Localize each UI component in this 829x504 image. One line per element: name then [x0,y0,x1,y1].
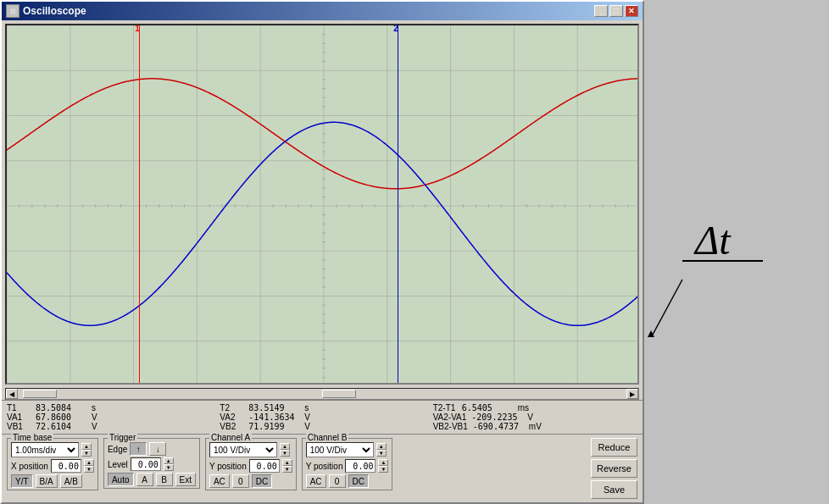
vb1-label: VB1 [7,422,31,431]
level-down[interactable]: ▼ [164,464,174,471]
app-icon: ⊡ [6,4,19,18]
cha-ypos-down[interactable]: ▼ [282,466,292,473]
channel-b-spinner[interactable]: ▲ ▼ [376,443,387,457]
trigger-a-btn[interactable]: A [136,473,153,486]
t2t1-unit: ms [518,403,535,413]
channel-b-coupling-row: AC 0 DC [306,474,389,488]
chb-down[interactable]: ▼ [376,450,387,457]
window-title: Oscilloscope [23,5,86,17]
mode-ba-btn[interactable]: B/A [36,474,58,488]
meas-t1-row: T1 83.5084 s [7,403,211,413]
reduce-button[interactable]: Reduce [591,438,637,457]
cha-ac-btn[interactable]: AC [209,474,230,488]
save-button[interactable]: Save [591,480,637,499]
edge-rising-btn[interactable]: ↑ [130,442,147,456]
svg-line-1 [653,280,682,335]
scroll-left-btn[interactable]: ◀ [6,389,18,399]
cha-dc-btn[interactable]: DC [252,474,272,488]
trigger-b-btn[interactable]: B [156,473,173,486]
t1-label: T1 [7,403,31,413]
channel-b-label: Channel B [306,433,349,442]
vb1-value: 72.6104 [36,422,86,431]
cursor2-line[interactable]: 2 [398,25,398,383]
t2-unit: s [304,403,321,413]
vb2vb1-value: -690.4737 [473,422,524,431]
timebase-group: Time base 1.00ms/div ▲ ▼ X position ▲ ▼ [7,438,98,490]
timebase-up[interactable]: ▲ [81,443,92,450]
chb-dc-btn[interactable]: DC [348,474,369,488]
oscilloscope-window: ⊡ Oscilloscope _ □ ✕ 1 2 ◀ ▶ T1 83.508 [0,0,644,504]
cha-zero-btn[interactable]: 0 [232,474,249,488]
scrollbar-thumb2[interactable] [322,390,356,398]
va2va1-value: -209.2235 [471,413,522,422]
scroll-right-btn[interactable]: ▶ [626,389,638,399]
measurements-col1: T1 83.5084 s VA1 67.8600 V VB1 72.6104 V [7,403,211,431]
vb1-unit: V [92,422,108,431]
level-spinner[interactable]: ▲ ▼ [164,457,174,471]
horizontal-scrollbar[interactable]: ◀ ▶ [5,388,639,400]
channel-a-ypos-row: Y position ▲ ▼ [209,459,292,473]
timebase-down[interactable]: ▼ [81,450,92,457]
chb-ypos-spinner[interactable]: ▲ ▼ [378,459,388,473]
mode-ab-btn[interactable]: A/B [60,474,82,488]
cha-ypos-spinner[interactable]: ▲ ▼ [282,459,292,473]
xposition-spinner[interactable]: ▲ ▼ [84,459,94,473]
scrollbar-thumb[interactable] [23,390,57,398]
channel-a-select-row: 100 V/Div ▲ ▼ [209,442,292,457]
meas-va2va1-row: VA2-VA1 -209.2235 V [433,413,637,422]
channel-a-group: Channel A 100 V/Div ▲ ▼ Y position ▲ ▼ [205,438,297,490]
meas-t2t1-row: T2-T1 6.5405 ms [433,403,637,413]
va2-value: -141.3634 [248,413,299,422]
title-bar-left: ⊡ Oscilloscope [6,4,86,18]
cha-ypos-up[interactable]: ▲ [282,459,292,466]
cursor1-marker: 1 [135,24,140,33]
timebase-spinner[interactable]: ▲ ▼ [81,443,92,457]
xposition-input[interactable] [51,459,81,473]
maximize-button[interactable]: □ [609,5,623,17]
measurements-col2: T2 83.5149 s VA2 -141.3634 V VB2 71.9199… [220,403,424,431]
channel-b-select[interactable]: 100 V/Div [306,442,374,457]
measurements-panel: T1 83.5084 s VA1 67.8600 V VB1 72.6104 V… [2,400,643,434]
trigger-edge-row: Edge ↑ ↓ [108,442,196,456]
oscilloscope-screen[interactable]: 1 2 [5,24,639,385]
va1-value: 67.8600 [36,413,86,422]
trigger-auto-btn[interactable]: Auto [108,473,134,486]
trigger-source-row: Auto A B Ext [108,473,196,486]
edge-falling-btn[interactable]: ↓ [149,442,166,456]
trigger-label: Trigger [108,433,137,442]
trigger-level-input[interactable] [131,457,161,471]
xposition-up[interactable]: ▲ [84,459,94,466]
level-up[interactable]: ▲ [164,457,174,464]
controls-panel: Time base 1.00ms/div ▲ ▼ X position ▲ ▼ [2,434,643,502]
action-buttons: Reduce Reverse Save [591,438,637,499]
cursor1-line[interactable]: 1 [139,25,140,383]
cha-up[interactable]: ▲ [280,443,290,450]
va1-unit: V [92,413,108,422]
meas-va2-row: VA2 -141.3634 V [220,413,424,422]
chb-ypos-down[interactable]: ▼ [378,466,388,473]
vb2-value: 71.9199 [248,422,299,431]
chb-ac-btn[interactable]: AC [306,474,326,488]
channel-a-ypos-input[interactable] [249,459,280,473]
channel-b-select-row: 100 V/Div ▲ ▼ [306,442,389,457]
channel-a-spinner[interactable]: ▲ ▼ [280,443,290,457]
timebase-mode-row: Y/T B/A A/B [11,474,94,488]
waveform-canvas [7,25,639,385]
chb-up[interactable]: ▲ [376,443,387,450]
close-button[interactable]: ✕ [625,5,638,17]
mode-yt-btn[interactable]: Y/T [11,474,33,488]
cha-down[interactable]: ▼ [280,450,290,457]
trigger-ext-btn[interactable]: Ext [175,473,196,486]
reverse-button[interactable]: Reverse [591,459,637,478]
chb-zero-btn[interactable]: 0 [329,474,346,488]
channel-b-ypos-input[interactable] [345,459,376,473]
vb2vb1-unit: mV [529,422,546,431]
t2-value: 83.5149 [248,403,299,413]
xposition-down[interactable]: ▼ [84,466,94,473]
timebase-select[interactable]: 1.00ms/div [11,442,79,457]
minimize-button[interactable]: _ [594,5,608,17]
va1-label: VA1 [7,413,31,422]
chb-ypos-up[interactable]: ▲ [378,459,388,466]
timebase-select-row: 1.00ms/div ▲ ▼ [11,442,94,457]
channel-a-select[interactable]: 100 V/Div [209,442,277,457]
